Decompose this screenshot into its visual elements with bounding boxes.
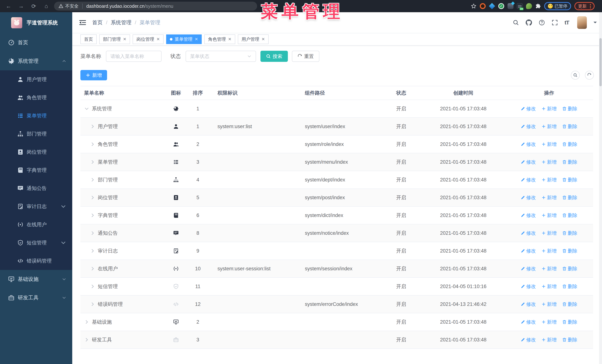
reset-button[interactable]: 重置 [292,51,319,62]
scrollbar-thumb[interactable] [599,38,602,86]
page-scrollbar[interactable] [599,12,602,364]
add-child-link[interactable]: 新增 [541,159,557,165]
add-child-link[interactable]: 新增 [541,123,557,130]
edit-link[interactable]: 修改 [521,266,536,272]
edit-link[interactable]: 修改 [521,141,536,147]
breadcrumb-item[interactable]: 首页 [92,19,103,26]
delete-link[interactable]: 删除 [562,319,577,325]
edit-link[interactable]: 修改 [521,283,536,290]
edit-link[interactable]: 修改 [521,159,536,165]
expand-arrow[interactable] [84,337,89,342]
add-child-link[interactable]: 新增 [541,266,557,272]
edit-link[interactable]: 修改 [521,212,536,219]
delete-link[interactable]: 删除 [562,105,577,112]
url-text[interactable]: dashboard.yudao.iocoder.cn/system/menu [86,3,173,9]
user-menu-caret-icon[interactable] [593,22,597,25]
sidebar-fold-icon[interactable] [79,19,86,26]
edit-link[interactable]: 修改 [521,337,536,343]
close-icon[interactable]: ✕ [123,37,126,41]
breadcrumb-item[interactable]: 系统管理 [111,19,131,26]
delete-link[interactable]: 删除 [562,266,577,272]
sidebar-item-notice[interactable]: 通知公告 [0,179,72,197]
tab-user[interactable]: 用户管理✕ [238,34,269,44]
tab-dept[interactable]: 部门管理✕ [99,34,130,44]
tab-home[interactable]: 首页 [80,34,97,44]
search-icon[interactable] [513,20,519,26]
expand-arrow[interactable] [90,177,95,182]
close-icon[interactable]: ✕ [262,37,265,41]
expand-arrow[interactable] [90,302,95,307]
add-child-link[interactable]: 新增 [541,194,557,201]
add-child-link[interactable]: 新增 [541,301,557,308]
add-child-link[interactable]: 新增 [541,248,557,254]
tab-menu[interactable]: 菜单管理✕ [166,34,202,44]
add-child-link[interactable]: 新增 [541,337,557,343]
tab-post[interactable]: 岗位管理✕ [133,34,163,44]
add-child-link[interactable]: 新增 [541,177,557,183]
delete-link[interactable]: 删除 [562,248,577,254]
profile-paused-badge[interactable]: 已暂停 [544,2,571,10]
sidebar-item-dev-tools[interactable]: 研发工具 [0,289,72,307]
expand-arrow[interactable] [90,124,95,129]
add-child-link[interactable]: 新增 [541,105,557,112]
expand-arrow[interactable] [90,213,95,218]
refresh-table-button[interactable] [585,71,594,80]
add-child-link[interactable]: 新增 [541,283,557,290]
edit-link[interactable]: 修改 [521,301,536,308]
extension-icon[interactable]: ✓ [498,3,504,9]
expand-arrow[interactable] [90,195,95,200]
delete-link[interactable]: 删除 [562,212,577,219]
edit-link[interactable]: 修改 [521,105,536,112]
extension-icon[interactable] [507,3,514,9]
edit-link[interactable]: 修改 [521,177,536,183]
delete-link[interactable]: 删除 [562,159,577,165]
sidebar-item-infra[interactable]: 基础设施 [0,270,72,289]
font-size-icon[interactable]: tT [565,20,569,26]
delete-link[interactable]: 删除 [562,194,577,201]
browser-home-icon[interactable]: ⌂ [42,1,51,11]
browser-menu-icon[interactable] [590,4,591,8]
extension-icon[interactable] [489,3,495,9]
add-button[interactable]: 新增 [80,70,107,80]
address-bar[interactable]: 不安全 dashboard.yudao.iocoder.cn/system/me… [54,2,257,10]
sidebar-item-home[interactable]: 首页 [0,33,72,52]
delete-link[interactable]: 删除 [562,123,577,130]
help-icon[interactable] [539,20,545,26]
app-logo-row[interactable]: 芋道管理系统 [0,12,72,33]
browser-back-icon[interactable]: ← [4,1,13,11]
sidebar-item-online-user[interactable]: 在线用户 [0,216,72,234]
sidebar-item-error-code[interactable]: 错误码管理 [0,252,72,270]
browser-reload-icon[interactable]: ⟳ [29,1,39,11]
sidebar-item-system[interactable]: 系统管理 [0,52,72,70]
extension-icon[interactable]: on [517,3,523,9]
edit-link[interactable]: 修改 [521,319,536,325]
security-label[interactable]: 不安全 [65,3,78,9]
sidebar-item-role[interactable]: 角色管理 [0,89,72,107]
add-child-link[interactable]: 新增 [541,230,557,236]
fullscreen-icon[interactable] [552,20,558,26]
status-select[interactable]: 菜单状态 [186,51,256,62]
edit-link[interactable]: 修改 [521,194,536,201]
sidebar-item-menu[interactable]: 菜单管理 [0,107,72,125]
edit-link[interactable]: 修改 [521,230,536,236]
search-button[interactable]: 搜索 [260,51,288,62]
tab-role[interactable]: 角色管理✕ [204,34,235,44]
delete-link[interactable]: 删除 [562,337,577,343]
sidebar-item-sms[interactable]: 短信管理 [0,234,72,252]
delete-link[interactable]: 删除 [562,230,577,236]
extensions-puzzle-icon[interactable] [535,3,541,9]
delete-link[interactable]: 删除 [562,141,577,147]
add-child-link[interactable]: 新增 [541,319,557,325]
close-icon[interactable]: ✕ [228,37,231,41]
expand-arrow[interactable] [84,106,89,111]
extension-icon[interactable] [526,3,532,9]
sidebar-item-audit-log[interactable]: 审计日志 [0,197,72,216]
close-icon[interactable]: ✕ [156,37,160,41]
expand-arrow[interactable] [90,230,95,236]
expand-arrow[interactable] [90,248,95,253]
expand-arrow[interactable] [90,159,95,165]
expand-arrow[interactable] [84,319,89,324]
delete-link[interactable]: 删除 [562,177,577,183]
expand-arrow[interactable] [90,284,95,289]
delete-link[interactable]: 删除 [562,301,577,308]
